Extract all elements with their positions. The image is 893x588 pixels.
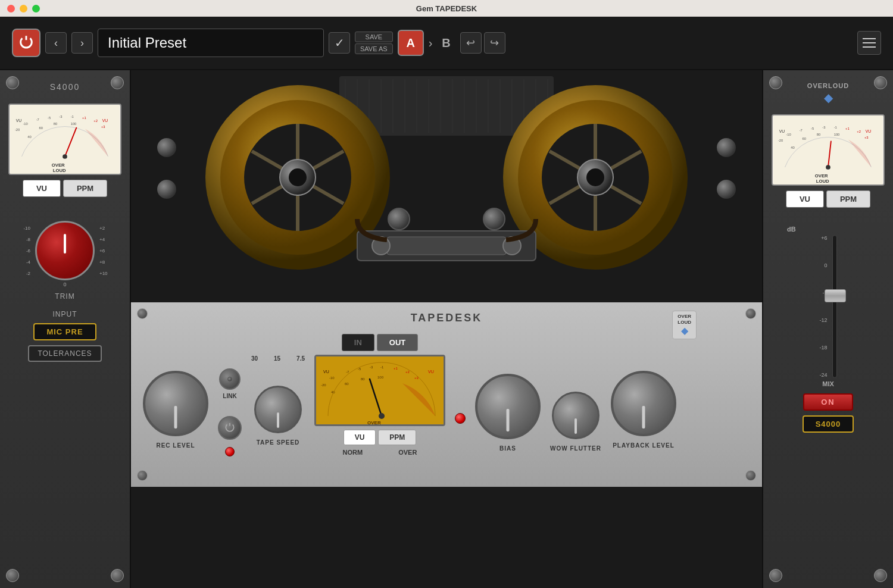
playback-level-group: PLAYBACK LEVEL <box>611 353 676 449</box>
undo-button[interactable]: ↩ <box>460 32 482 54</box>
power-small-button[interactable] <box>218 416 242 440</box>
svg-text:-20: -20 <box>321 383 326 387</box>
right-ppm-button[interactable]: PPM <box>826 190 870 208</box>
redo-button[interactable]: ↪ <box>484 32 505 54</box>
svg-text:-7: -7 <box>800 129 803 132</box>
mic-pre-button[interactable]: MIC PRE <box>33 323 96 340</box>
playback-level-label: PLAYBACK LEVEL <box>613 442 675 449</box>
tape-speed-group: 30 15 7.5 TAPE SPEED <box>251 355 305 446</box>
screw-tr <box>111 76 124 89</box>
trim-scale-minus8: -8 <box>26 237 30 242</box>
svg-text:-10: -10 <box>786 133 791 136</box>
db-6-plus: +6 <box>821 235 827 241</box>
left-panel: S4000 VU VU -20 -10 -7 -5 -3 -1 +1 +2 +3 <box>0 70 131 588</box>
norm-label: NORM <box>343 449 363 456</box>
save-as-button[interactable]: SAVE AS <box>355 43 393 54</box>
overloud-logo: OVERLOUD ◆ <box>807 82 849 105</box>
in-button[interactable]: IN <box>342 334 374 351</box>
svg-point-99 <box>826 165 830 170</box>
svg-text:-1: -1 <box>380 365 384 369</box>
window-controls[interactable] <box>7 5 40 12</box>
minimize-button[interactable] <box>20 5 27 12</box>
overloud-text: OVERLOUD <box>807 82 849 89</box>
screw-br <box>111 569 124 582</box>
mix-slider-handle[interactable] <box>825 289 846 302</box>
bias-group: BIAS <box>475 356 541 452</box>
out-button[interactable]: OUT <box>377 334 418 351</box>
overloud-badge-label: OVER <box>677 314 691 320</box>
db-0: 0 <box>824 262 827 268</box>
svg-text:60: 60 <box>345 382 349 386</box>
svg-text:-3: -3 <box>370 365 373 369</box>
center-ppm-button[interactable]: PPM <box>378 430 416 445</box>
db-18: -18 <box>819 345 827 351</box>
svg-text:100: 100 <box>377 376 384 379</box>
svg-text:-1: -1 <box>834 126 837 129</box>
svg-text:VU: VU <box>323 370 329 374</box>
power-button[interactable] <box>12 29 40 57</box>
svg-text:+1: +1 <box>845 127 850 130</box>
svg-text:-10: -10 <box>329 376 335 380</box>
link-power-group: LINK <box>218 368 242 456</box>
input-label: INPUT <box>53 310 77 318</box>
cp-screw-tl <box>137 308 148 319</box>
wow-flutter-label: WOW FLUTTER <box>550 445 601 452</box>
svg-text:60: 60 <box>803 137 806 140</box>
save-group: SAVE SAVE AS <box>355 32 393 54</box>
svg-text:+2: +2 <box>405 370 410 374</box>
speed-7_5: 7.5 <box>296 355 305 362</box>
svg-point-64 <box>717 138 736 157</box>
right-vu-button[interactable]: VU <box>786 190 824 208</box>
left-meter-mode-group: VU PPM <box>23 180 107 197</box>
link-button[interactable]: LINK <box>219 368 241 390</box>
svg-text:60: 60 <box>39 126 43 130</box>
left-vu-button[interactable]: VU <box>23 180 61 197</box>
svg-text:+3: +3 <box>101 125 105 129</box>
window-title: Gem TAPEDESK <box>416 4 477 13</box>
confirm-button[interactable]: ✓ <box>329 32 350 54</box>
toolbar: ‹ › Initial Preset ✓ SAVE SAVE AS A › B … <box>0 17 893 70</box>
save-button[interactable]: SAVE <box>355 32 393 42</box>
bias-knob[interactable] <box>475 374 541 439</box>
svg-text:LOUD: LOUD <box>816 179 829 184</box>
left-vu-meter-svg: VU VU -20 -10 -7 -5 -3 -1 +1 +2 +3 <box>10 105 120 174</box>
svg-text:+1: +1 <box>82 116 86 120</box>
tape-speed-knob[interactable] <box>254 386 302 433</box>
trim-scale-minus2: -2 <box>26 271 30 276</box>
close-button[interactable] <box>7 5 15 12</box>
center-vu-button[interactable]: VU <box>344 430 376 445</box>
maximize-button[interactable] <box>32 5 40 12</box>
s4000-button[interactable]: S4000 <box>803 415 854 433</box>
svg-point-47 <box>289 168 307 186</box>
center-meter-group: IN OUT VU VU -20 -10 -7 -5 -3 -1 <box>314 334 445 456</box>
rec-level-knob[interactable] <box>143 371 208 436</box>
tolerances-button[interactable]: TOLERANCES <box>28 345 101 362</box>
svg-text:-20: -20 <box>778 139 783 142</box>
svg-rect-57 <box>387 237 506 255</box>
right-meter-mode-group: VU PPM <box>786 190 870 208</box>
model-label: S4000 <box>50 82 80 92</box>
on-button[interactable]: ON <box>803 393 853 411</box>
left-ppm-button[interactable]: PPM <box>63 180 107 197</box>
trim-knob[interactable] <box>35 221 95 280</box>
menu-button[interactable] <box>857 31 881 55</box>
next-preset-button[interactable]: › <box>71 32 93 54</box>
menu-line-2 <box>863 42 876 43</box>
playback-level-knob[interactable] <box>611 371 676 436</box>
ab-comparison-group: A › B <box>398 30 455 56</box>
svg-point-60 <box>388 208 410 230</box>
db-24: -24 <box>819 372 827 378</box>
svg-rect-86 <box>773 115 883 184</box>
svg-text:VU: VU <box>102 118 108 123</box>
center-vu-svg: VU VU -20 -10 -7 -5 -3 -1 +1 +2 +3 40 60 <box>316 356 445 426</box>
rp-screw-tr <box>874 76 887 89</box>
prev-preset-button[interactable]: ‹ <box>45 32 67 54</box>
title-bar: Gem TAPEDESK <box>0 0 893 17</box>
ab-a-button[interactable]: A <box>398 30 424 56</box>
wow-flutter-group: WOW FLUTTER <box>550 356 601 452</box>
svg-text:-5: -5 <box>811 127 814 130</box>
svg-text:-5: -5 <box>48 116 51 120</box>
svg-rect-0 <box>10 105 120 174</box>
center-led-group <box>455 413 466 424</box>
wow-flutter-knob[interactable] <box>552 392 600 439</box>
